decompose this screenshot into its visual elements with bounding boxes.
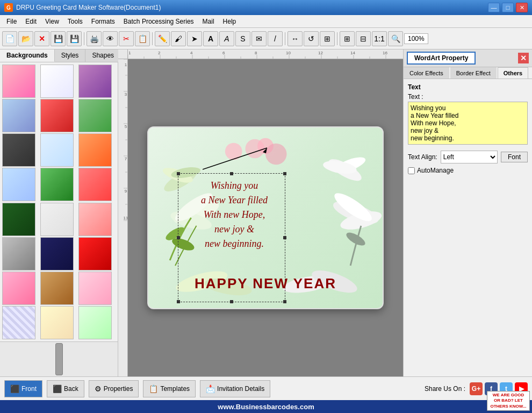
tb-print[interactable]: 🖨️	[87, 31, 102, 46]
tab-shapes[interactable]: Shapes	[85, 49, 121, 62]
thumb-2[interactable]	[40, 65, 74, 98]
properties-button[interactable]: ⚙ Properties	[89, 380, 139, 397]
templates-button[interactable]: 📋 Templates	[143, 380, 196, 397]
properties-label: Properties	[104, 385, 133, 393]
svg-text:16: 16	[383, 51, 387, 55]
tb-line[interactable]: /	[268, 31, 283, 46]
thumb-1[interactable]	[2, 65, 35, 98]
properties-icon: ⚙	[95, 384, 102, 393]
tb-rotate[interactable]: ↺	[304, 31, 319, 46]
thumb-24[interactable]	[78, 306, 112, 339]
svg-text:12: 12	[318, 51, 323, 55]
text-section-label: Text	[408, 83, 528, 91]
tb-zoomin[interactable]: 🔍	[388, 31, 403, 46]
handle-top-right[interactable]	[283, 172, 286, 175]
tab-border-effect[interactable]: Border Effect	[450, 67, 497, 79]
svg-text:6: 6	[222, 51, 225, 55]
tb-save[interactable]: 💾	[51, 31, 66, 46]
thumb-7[interactable]	[2, 133, 35, 167]
handle-bottom-mid[interactable]	[230, 300, 233, 303]
tb-arrange[interactable]: ⊞	[320, 31, 335, 46]
tb-pencil[interactable]: ✏️	[155, 31, 170, 46]
svg-text:7: 7	[125, 156, 127, 161]
tb-copy[interactable]: 📋	[135, 31, 150, 46]
panel-header: WordArt Property ✕	[404, 49, 532, 67]
tb-close[interactable]: ✕	[34, 31, 49, 46]
text-textarea[interactable]: Wishing you a New Year filled With new H…	[408, 102, 528, 145]
automanage-checkbox[interactable]	[408, 167, 415, 174]
tb-grid2[interactable]: ⊟	[356, 31, 371, 46]
handle-bottom-left[interactable]	[177, 300, 180, 303]
thumb-20[interactable]	[40, 272, 74, 305]
tb-email[interactable]: ✉	[251, 31, 267, 46]
tab-styles[interactable]: Styles	[55, 49, 86, 62]
thumb-8[interactable]	[40, 133, 74, 167]
bottom-bar: www.Businessbarcodes.com	[0, 400, 532, 413]
menu-mail[interactable]: Mail	[198, 17, 219, 26]
tb-preview[interactable]: 👁	[103, 31, 118, 46]
thumb-22[interactable]	[2, 306, 35, 339]
toolbar: 📄 📂 ✕ 💾 💾 🖨️ 👁 ✂ 📋 ✏️ 🖌 ➤ A A S ✉ / ↔ ↺ …	[0, 28, 532, 49]
handle-bottom-right[interactable]	[283, 300, 286, 303]
close-button[interactable]: ✕	[516, 3, 528, 12]
thumb-9[interactable]	[78, 133, 112, 167]
thumb-16[interactable]	[2, 237, 35, 270]
invitation-button[interactable]: 📩 Invitation Details	[200, 380, 270, 397]
tb-cut[interactable]: ✂	[119, 31, 134, 46]
thumb-15[interactable]	[78, 203, 112, 236]
menu-edit[interactable]: Edit	[21, 17, 41, 26]
thumb-17[interactable]	[40, 237, 74, 270]
thumb-14[interactable]	[40, 203, 74, 236]
thumb-13[interactable]	[2, 203, 35, 236]
handle-mid-left[interactable]	[177, 236, 180, 239]
menu-help[interactable]: Help	[219, 17, 241, 26]
menu-tools[interactable]: Tools	[63, 17, 87, 26]
thumb-12[interactable]	[78, 168, 112, 201]
font-button[interactable]: Font	[501, 152, 528, 162]
share-google[interactable]: G+	[470, 382, 483, 395]
tb-brush[interactable]: 🖌	[171, 31, 186, 46]
handle-top-mid[interactable]	[230, 172, 233, 175]
wordart-property-button[interactable]: WordArt Property	[407, 52, 476, 65]
thumb-11[interactable]	[40, 168, 74, 201]
watermark-line3: OTHERS KNOW...	[490, 404, 526, 409]
tb-save2[interactable]: 💾	[67, 31, 82, 46]
panel-close-button[interactable]: ✕	[518, 53, 529, 63]
menu-view[interactable]: View	[41, 17, 63, 26]
thumb-19[interactable]	[2, 272, 35, 305]
menu-batch-processing[interactable]: Batch Processing Series	[119, 17, 198, 26]
thumb-3[interactable]	[78, 65, 112, 98]
watermark-line2: OR BAD? LET	[494, 398, 523, 403]
back-button[interactable]: ⬛ Back	[47, 380, 84, 397]
canvas-inner: 1 3 5 7 9 11	[118, 59, 403, 376]
tb-new[interactable]: 📄	[2, 31, 17, 46]
thumb-5[interactable]	[40, 99, 74, 132]
thumb-10[interactable]	[2, 168, 35, 201]
tab-backgrounds[interactable]: Backgrounds	[0, 49, 55, 62]
menu-formats[interactable]: Formats	[87, 17, 119, 26]
maximize-button[interactable]: □	[502, 3, 514, 12]
thumb-23[interactable]	[40, 306, 74, 339]
menu-file[interactable]: File	[2, 17, 21, 26]
tb-arrow[interactable]: ➤	[187, 31, 202, 46]
thumb-21[interactable]	[78, 272, 112, 305]
tab-others[interactable]: Others	[498, 67, 528, 79]
tab-color-effects[interactable]: Color Effects	[404, 67, 449, 79]
greeting-card[interactable]: Wishing you a New Year filled With new H…	[147, 126, 384, 309]
tb-scale[interactable]: 1:1	[372, 31, 387, 46]
handle-top-left[interactable]	[177, 172, 180, 175]
front-button[interactable]: ⬛ Front	[4, 380, 42, 397]
tb-shapes[interactable]: S	[235, 31, 250, 46]
tb-text[interactable]: A	[203, 31, 218, 46]
tb-text2[interactable]: A	[219, 31, 234, 46]
thumb-4[interactable]	[2, 99, 35, 132]
tb-flip[interactable]: ↔	[287, 31, 303, 46]
text-align-select[interactable]: Left Center Right Justify	[441, 151, 498, 163]
card-italic-text: Wishing you a New Year filled With new H…	[183, 179, 285, 251]
minimize-button[interactable]: —	[488, 3, 500, 12]
thumb-6[interactable]	[78, 99, 112, 132]
window-controls: — □ ✕	[488, 3, 528, 12]
tb-grid[interactable]: ⊞	[340, 31, 355, 46]
thumb-18[interactable]	[78, 237, 112, 270]
tb-open[interactable]: 📂	[18, 31, 33, 46]
